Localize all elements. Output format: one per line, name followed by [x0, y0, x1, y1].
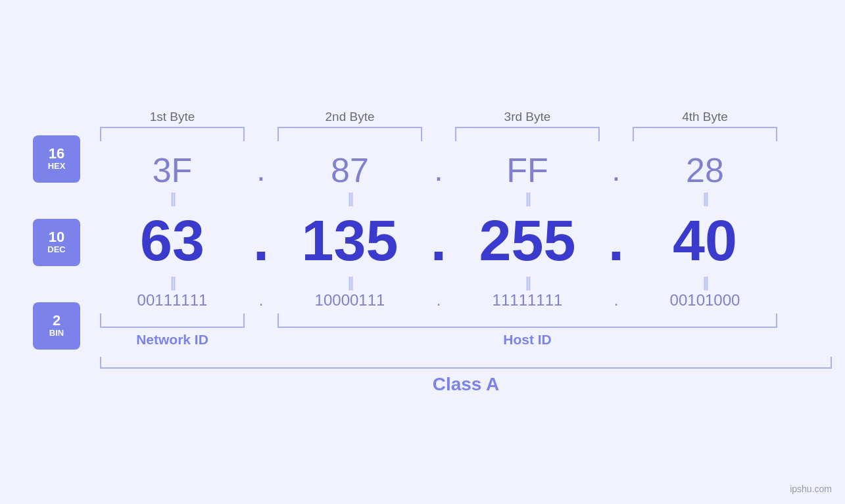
equals-7: ||: [455, 274, 600, 291]
bottom-bracket-2-left: [278, 313, 422, 328]
bottom-bracket-2-right: [633, 313, 777, 328]
header-byte-4: 4th Byte: [633, 110, 777, 124]
bottom-bracket-2-mid3: [600, 313, 633, 328]
hex-value-1: 3F: [100, 150, 245, 190]
bin-dot-1: .: [245, 291, 278, 309]
id-labels-row: Network ID Host ID: [100, 332, 832, 348]
dec-dot-3: .: [600, 207, 633, 274]
hex-value-2: 87: [278, 150, 422, 190]
equals-5: ||: [100, 274, 245, 291]
watermark: ipshu.com: [790, 484, 832, 494]
bottom-bracket-2-mid1: [422, 313, 455, 328]
hex-value-3: FF: [455, 150, 600, 190]
hex-badge-number: 16: [49, 146, 64, 162]
dec-dot-1: .: [245, 207, 278, 274]
hex-badge-label: HEX: [48, 162, 66, 171]
byte-headers-row: 1st Byte 2nd Byte 3rd Byte 4th Byte: [100, 110, 832, 124]
header-byte-1: 1st Byte: [100, 110, 245, 124]
bottom-brackets-row: [100, 313, 832, 328]
dec-row: 63 . 135 . 255 . 40: [100, 207, 832, 274]
bin-value-2: 10000111: [278, 291, 422, 309]
hex-value-4: 28: [633, 150, 777, 190]
bin-value-1: 00111111: [100, 291, 245, 309]
network-id-label: Network ID: [100, 332, 245, 348]
hex-row: 3F . 87 . FF . 28: [100, 150, 832, 190]
bottom-bracket-1: [100, 313, 245, 328]
bin-value-3: 11111111: [455, 291, 600, 309]
dec-badge: 10 DEC: [33, 219, 80, 266]
equals-row-1: || || || ||: [100, 190, 832, 207]
dec-value-3: 255: [455, 212, 600, 269]
header-byte-3: 3rd Byte: [455, 110, 600, 124]
dec-dot-2: .: [422, 207, 455, 274]
bin-dot-3: .: [600, 291, 633, 309]
dec-value-4: 40: [633, 212, 777, 269]
bottom-bracket-2-mid2: [455, 313, 600, 328]
top-bracket-3: [455, 127, 600, 141]
dec-value-1: 63: [100, 212, 245, 269]
header-byte-2: 2nd Byte: [278, 110, 422, 124]
equals-8: ||: [633, 274, 777, 291]
equals-row-2: || || || ||: [100, 274, 832, 291]
hex-badge: 16 HEX: [33, 135, 80, 183]
equals-6: ||: [278, 274, 422, 291]
equals-3: ||: [455, 190, 600, 207]
bin-row: 00111111 . 10000111 . 11111111 . 0010100…: [100, 291, 832, 309]
equals-2: ||: [278, 190, 422, 207]
dot-1: .: [245, 152, 278, 188]
equals-4: ||: [633, 190, 777, 207]
top-bracket-1: [100, 127, 245, 141]
page-container: 16 HEX 10 DEC 2 BIN 1st Byte 2nd Byte 3r…: [0, 0, 845, 504]
bin-value-4: 00101000: [633, 291, 777, 309]
dec-badge-number: 10: [49, 229, 64, 245]
class-label: Class A: [100, 374, 832, 395]
bin-dot-2: .: [422, 291, 455, 309]
base-badges-column: 16 HEX 10 DEC 2 BIN: [33, 135, 80, 350]
top-brackets-row: [100, 127, 832, 141]
main-content: 1st Byte 2nd Byte 3rd Byte 4th Byte 3F .…: [80, 110, 845, 395]
bin-badge: 2 BIN: [33, 302, 80, 350]
dec-badge-label: DEC: [47, 245, 65, 254]
top-bracket-4: [633, 127, 777, 141]
dot-3: .: [600, 152, 633, 188]
equals-1: ||: [100, 190, 245, 207]
dec-value-2: 135: [278, 212, 422, 269]
class-bracket: [100, 357, 832, 369]
host-id-label: Host ID: [455, 332, 600, 348]
top-bracket-2: [278, 127, 422, 141]
bin-badge-number: 2: [53, 313, 60, 329]
dot-2: .: [422, 152, 455, 188]
bin-badge-label: BIN: [49, 329, 64, 338]
